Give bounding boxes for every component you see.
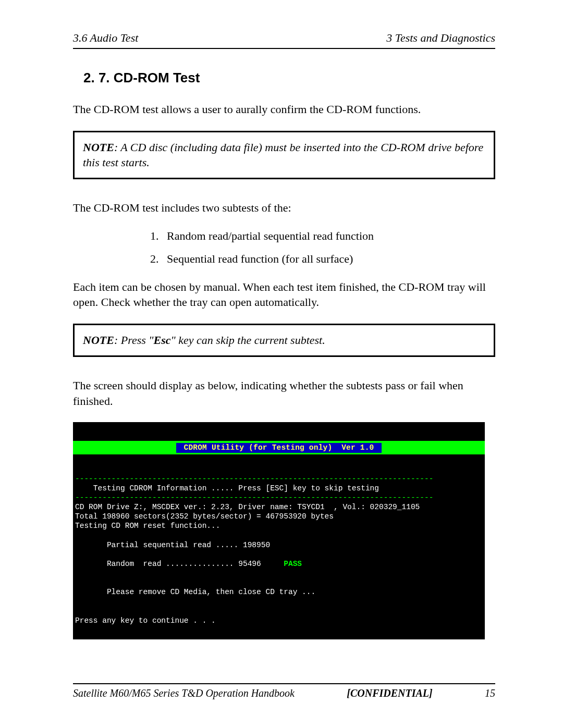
terminal-line: Random read ............... 95496 <box>75 560 284 568</box>
footer-rule <box>73 683 495 684</box>
terminal-title: CDROM Utility (for Testing only) Ver 1.0 <box>176 443 382 452</box>
page-footer: Satellite M60/M65 Series T&D Operation H… <box>73 683 495 699</box>
note-box-2: NOTE: Press "Esc" key can skip the curre… <box>73 324 495 357</box>
document-page: 3.6 Audio Test 3 Tests and Diagnostics 2… <box>0 0 563 728</box>
terminal-line: Testing CD ROM reset function... <box>75 522 220 530</box>
header-right: 3 Tests and Diagnostics <box>386 31 495 45</box>
terminal-pass: PASS <box>284 560 302 568</box>
footer-right: 15 <box>485 687 495 699</box>
subtests-intro: The CD-ROM test includes two subtests of… <box>73 200 495 216</box>
terminal-line: Press any key to continue . . . <box>75 616 216 625</box>
footer-left: Satellite M60/M65 Series T&D Operation H… <box>73 687 295 699</box>
terminal-line: Testing CDROM Information ..... Press [E… <box>75 484 379 492</box>
subtests-list: Random read/partial sequential read func… <box>73 229 495 266</box>
after-list-paragraph: Each item can be chosen by manual. When … <box>73 279 495 310</box>
terminal-body: ----------------------------------------… <box>73 473 485 625</box>
intro-paragraph: The CD-ROM test allows a user to aurally… <box>73 102 495 117</box>
note-body: : A CD disc (including data file) must b… <box>83 141 483 169</box>
screen-intro-paragraph: The screen should display as below, indi… <box>73 378 495 409</box>
terminal-dash-line: ----------------------------------------… <box>75 475 433 483</box>
terminal-line: Please remove CD Media, then close CD tr… <box>75 588 315 596</box>
terminal-title-bar: CDROM Utility (for Testing only) Ver 1.0 <box>73 441 485 454</box>
note-label: NOTE <box>83 141 114 154</box>
header-rule <box>73 48 495 49</box>
footer-center: [CONFIDENTIAL] <box>347 687 432 699</box>
note-body-post: " key can skip the current subtest. <box>171 334 325 347</box>
note-label: NOTE <box>83 334 114 347</box>
list-item: Sequential read function (for all surfac… <box>162 252 495 266</box>
header-left: 3.6 Audio Test <box>73 31 138 45</box>
page-header: 3.6 Audio Test 3 Tests and Diagnostics <box>73 31 495 45</box>
terminal-screenshot: CDROM Utility (for Testing only) Ver 1.0… <box>73 422 485 639</box>
note-box-1: NOTE: A CD disc (including data file) mu… <box>73 131 495 179</box>
terminal-line: Total 198960 sectors(2352 bytes/sector) … <box>75 512 334 521</box>
terminal-line: Partial sequential read ..... 198950 <box>75 541 270 549</box>
note-body-pre: : Press " <box>114 334 154 347</box>
note-key: Esc <box>154 334 171 347</box>
footer-row: Satellite M60/M65 Series T&D Operation H… <box>73 687 495 699</box>
terminal-dash-line: ----------------------------------------… <box>75 493 433 502</box>
terminal-line: CD ROM Drive Z:, MSCDEX ver.: 2.23, Driv… <box>75 503 420 511</box>
list-item: Random read/partial sequential read func… <box>162 229 495 243</box>
section-heading: 2. 7. CD-ROM Test <box>83 70 495 86</box>
